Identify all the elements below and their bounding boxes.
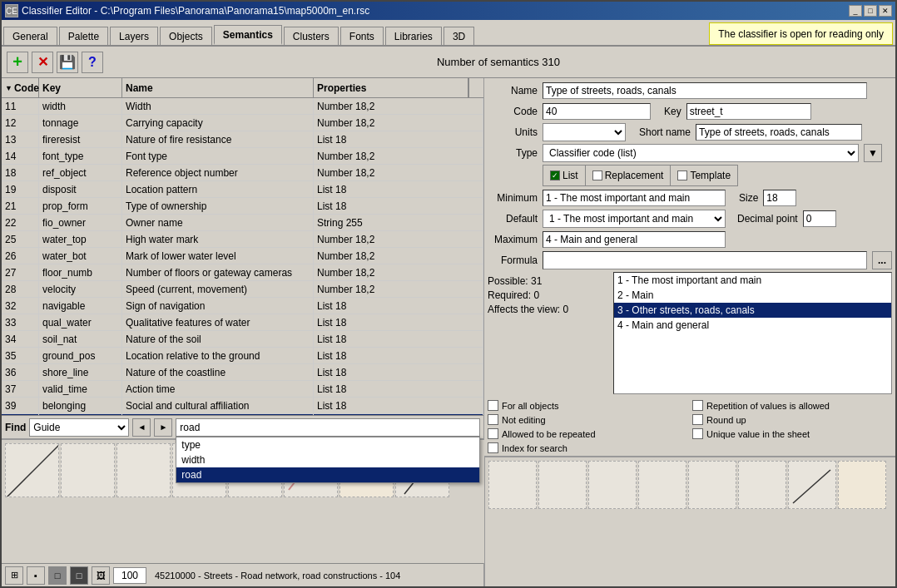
table-row[interactable]: 39 belonging Social and cultural affilia… [2,398,483,414]
short-name-input[interactable] [696,124,862,141]
gray-icon-btn[interactable]: □ [48,566,67,585]
zoom-input[interactable] [113,567,146,584]
table-row[interactable]: 33 qual_water Qualitative features of wa… [2,314,483,331]
col-header-props[interactable]: Properties [314,78,468,97]
grid-icon-btn[interactable]: ⊞ [5,566,23,585]
maximum-input[interactable] [543,231,726,248]
table-row[interactable]: 19 disposit Location pattern List 18 [2,181,483,198]
list-radio-btn[interactable]: List [543,166,586,185]
cb-unique-value-box[interactable] [692,428,703,439]
td-key: belonging [39,398,122,413]
td-key: fio_owner [39,215,122,230]
add-button[interactable]: + [7,52,28,73]
table-row[interactable]: 12 tonnage Carrying capacity Number 18,2 [2,115,483,131]
cb-not-editing: Not editing [488,414,687,425]
type-select[interactable]: Classifier code (list) [543,144,859,162]
maximize-button[interactable]: □ [864,5,877,17]
maximum-label: Maximum [488,234,538,245]
table-row[interactable]: 27 floor_numb Number of floors or gatewa… [2,264,483,281]
table-row[interactable]: 22 fio_owner Owner name String 255 [2,215,483,231]
table-row[interactable]: 36 shore_line Nature of the coastline Li… [2,364,483,381]
units-select[interactable] [543,123,626,141]
table-body: 11 width Width Number 18,2 12 tonnage Ca… [2,98,483,415]
value-item-3[interactable]: 3 - Other streets, roads, canals [614,303,891,318]
tab-general[interactable]: General [3,27,57,45]
find-type-select[interactable]: Guide [29,418,129,437]
delete-button[interactable]: ✕ [32,52,53,73]
type-dropdown-btn[interactable]: ▼ [864,144,882,162]
cb-round-up: Round up [692,414,892,425]
find-dropdown-item-road[interactable]: road [176,467,479,482]
td-props: Number 18,2 [314,231,483,247]
table-row[interactable]: 28 velocity Speed (current, movement) Nu… [2,281,483,298]
table-row[interactable]: 26 water_bot Mark of lower water level N… [2,248,483,264]
col-header-name[interactable]: Name [122,78,314,97]
template-radio-btn[interactable]: Template [671,166,737,185]
square-icon-btn[interactable]: ▪ [27,566,45,585]
table-row[interactable]: 25 water_top High water mark Number 18,2 [2,231,483,248]
key-input[interactable] [686,103,811,120]
td-name: Sign of navigation [122,298,314,314]
tab-semantics[interactable]: Semantics [214,25,282,45]
value-item-4[interactable]: 4 - Main and general [614,318,891,333]
find-next-button[interactable]: ► [154,418,172,437]
cb-for-all-objects-box[interactable] [488,400,498,411]
dark-icon-btn[interactable]: □ [70,566,88,585]
cb-round-up-box[interactable] [692,414,703,425]
table-row[interactable]: 21 prop_form Type of ownership List 18 [2,198,483,215]
values-list[interactable]: 1 - The most important and main 2 - Main… [613,272,892,394]
cb-index-for-search-box[interactable] [488,442,498,453]
td-code: 35 [2,348,39,363]
decimal-input[interactable] [803,210,836,227]
preview-thumb-3 [116,443,171,497]
find-dropdown-item-width[interactable]: width [176,452,479,467]
semantics-count: Number of semantics 310 [107,56,890,68]
save-button[interactable]: 💾 [57,52,78,73]
table-row[interactable]: 32 navigable Sign of navigation List 18 [2,298,483,314]
tab-palette[interactable]: Palette [59,27,108,45]
possible-stat: Possible: 31 [488,275,608,287]
code-input[interactable] [543,103,651,120]
col-header-code[interactable]: ▼ Code [2,78,39,97]
tab-3d[interactable]: 3D [444,27,474,45]
size-input[interactable] [763,190,796,206]
table-row[interactable]: 18 ref_object Reference object number Nu… [2,165,483,181]
find-dropdown[interactable]: type width road [176,437,480,483]
tab-objects[interactable]: Objects [160,27,212,45]
td-props: List 18 [314,381,483,397]
find-dropdown-item-type[interactable]: type [176,437,479,452]
table-row[interactable]: 11 width Width Number 18,2 [2,98,483,115]
cb-repetition-allowed-box[interactable] [692,400,703,411]
possible-value: 31 [531,275,542,287]
table-row[interactable]: 14 font_type Font type Number 18,2 [2,148,483,165]
cb-not-editing-box[interactable] [488,414,498,425]
tab-fonts[interactable]: Fonts [340,27,384,45]
name-row: Name [488,82,892,100]
table-row[interactable]: 13 fireresist Nature of fire resistance … [2,131,483,148]
find-input[interactable] [176,418,480,437]
td-props: String 255 [314,215,483,230]
image-icon-btn[interactable]: 🖼 [92,566,110,585]
find-bar: Find Guide ◄ ► type width road [2,415,483,438]
formula-browse-btn[interactable]: ... [872,251,892,269]
table-row[interactable]: 37 valid_time Action time List 18 [2,381,483,398]
table-row[interactable]: 35 ground_pos Location relative to the g… [2,348,483,364]
tab-libraries[interactable]: Libraries [385,27,442,45]
close-button[interactable]: ✕ [879,5,892,17]
tab-clusters[interactable]: Clusters [284,27,339,45]
col-header-key[interactable]: Key [39,78,122,97]
name-input[interactable] [543,82,867,99]
help-button[interactable]: ? [82,52,103,73]
td-name: Type of ownership [122,198,314,214]
find-prev-button[interactable]: ◄ [132,418,151,437]
minimum-input[interactable] [543,190,726,206]
table-row[interactable]: 34 soil_nat Nature of the soil List 18 [2,331,483,348]
tab-layers[interactable]: Layers [110,27,158,45]
cb-allowed-to-repeat-box[interactable] [488,428,498,439]
default-select[interactable]: 1 - The most important and main [543,210,726,228]
value-item-1[interactable]: 1 - The most important and main [614,273,891,288]
replacement-radio-btn[interactable]: Replacement [586,166,672,185]
value-item-2[interactable]: 2 - Main [614,288,891,303]
minimize-button[interactable]: _ [849,5,862,17]
formula-input[interactable] [543,251,867,269]
